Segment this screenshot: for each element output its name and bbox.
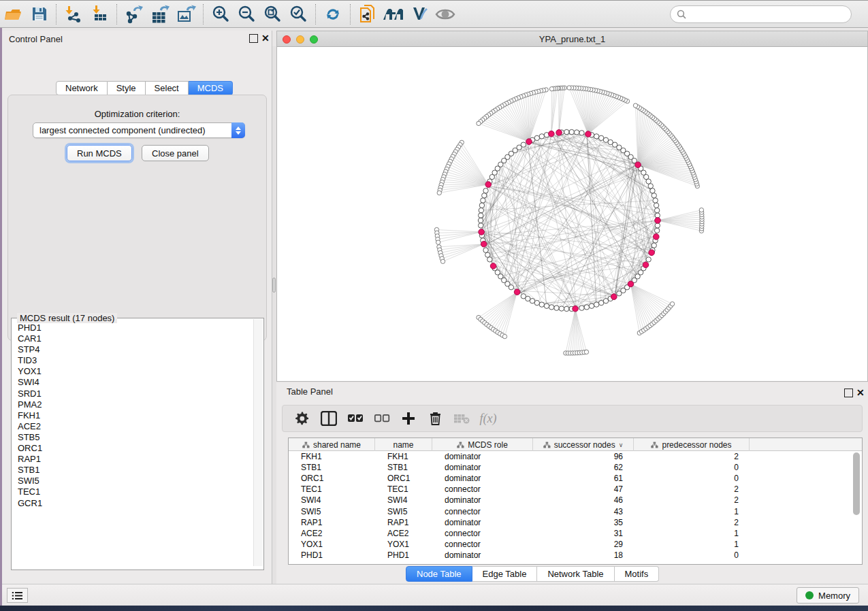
tab-edge-table[interactable]: Edge Table xyxy=(472,566,538,582)
select-all-icon[interactable] xyxy=(345,408,366,429)
close-panel-icon[interactable]: ✕ xyxy=(261,34,270,43)
import-network-icon[interactable] xyxy=(62,3,85,25)
mcds-result-item[interactable]: TEC1 xyxy=(12,486,252,497)
add-column-icon[interactable] xyxy=(398,408,419,429)
shared-column-icon xyxy=(302,442,310,448)
table-row[interactable]: SWI5SWI5connector431 xyxy=(289,506,852,516)
table-row[interactable]: SWI4SWI4dominator462 xyxy=(289,495,852,506)
mcds-result-item[interactable]: PHD1 xyxy=(12,323,252,333)
refresh-icon[interactable] xyxy=(321,3,344,25)
network-canvas[interactable] xyxy=(278,47,867,381)
mcds-result-item[interactable]: YOX1 xyxy=(12,366,252,377)
criterion-select[interactable]: largest connected component (undirected) xyxy=(33,122,245,138)
cell-mcds-role: connector xyxy=(432,484,533,494)
table-row[interactable]: ACE2ACE2connector311 xyxy=(289,528,852,539)
cell-shared-name: SWI4 xyxy=(289,495,375,505)
sort-chevron-icon[interactable]: ∨ xyxy=(619,442,624,448)
cell-name: ACE2 xyxy=(375,529,432,538)
cell-successor-nodes: 18 xyxy=(533,550,634,560)
mcds-result-item[interactable]: SRD1 xyxy=(12,389,252,399)
memory-button[interactable]: Memory xyxy=(797,587,859,604)
mcds-result-item[interactable]: ORC1 xyxy=(12,443,252,454)
cell-predecessor-nodes: 0 xyxy=(634,474,750,483)
mcds-result-item[interactable]: FKH1 xyxy=(12,410,252,421)
mcds-result-item[interactable]: STB1 xyxy=(12,465,252,476)
mcds-result-item[interactable]: STB5 xyxy=(12,432,252,443)
column-label: MCDS role xyxy=(468,440,508,450)
mcds-result-item[interactable]: SWI4 xyxy=(12,377,252,388)
column-header-predecessor-nodes[interactable]: predecessor nodes xyxy=(634,438,750,451)
search-input[interactable] xyxy=(687,7,851,21)
task-history-button[interactable] xyxy=(7,588,28,603)
divider-handle-icon[interactable] xyxy=(272,278,276,293)
mcds-result-item[interactable]: ACE2 xyxy=(12,421,252,432)
open-session-icon[interactable] xyxy=(1,3,25,25)
column-layout-icon[interactable] xyxy=(319,408,339,429)
cell-shared-name: SWI5 xyxy=(289,507,375,516)
export-image-icon[interactable] xyxy=(174,3,197,25)
tab-network[interactable]: Network xyxy=(56,81,108,95)
table-row[interactable]: RAP1RAP1dominator352 xyxy=(289,517,852,528)
table-options-icon[interactable] xyxy=(292,408,312,429)
deselect-all-icon[interactable] xyxy=(372,408,392,429)
column-header-shared-name[interactable]: shared name xyxy=(289,438,375,451)
tab-network-table[interactable]: Network Table xyxy=(537,566,614,582)
show-hide-icon[interactable] xyxy=(434,3,457,25)
table-scrollbar[interactable] xyxy=(853,452,861,561)
mcds-result-item[interactable]: STP4 xyxy=(12,344,252,355)
cell-successor-nodes: 61 xyxy=(533,474,634,483)
tab-style[interactable]: Style xyxy=(108,81,146,95)
table-row[interactable]: ORC1ORC1dominator610 xyxy=(289,473,852,484)
table-row[interactable]: FKH1FKH1dominator962 xyxy=(289,451,852,462)
mcds-result-item[interactable]: SWI5 xyxy=(12,476,252,486)
delete-column-icon[interactable] xyxy=(425,408,445,429)
table-row[interactable]: STB1STB1dominator620 xyxy=(289,462,852,473)
save-session-icon[interactable] xyxy=(27,3,50,25)
mcds-result-item[interactable]: GCR1 xyxy=(12,498,252,509)
mcds-result-item[interactable]: TID3 xyxy=(12,355,252,366)
column-header-successor-nodes[interactable]: successor nodes∨ xyxy=(533,438,634,451)
table-panel-title: Table Panel xyxy=(276,383,868,399)
scrollbar-thumb[interactable] xyxy=(853,452,860,515)
run-mcds-button[interactable]: Run MCDS xyxy=(67,145,132,161)
export-table-icon[interactable] xyxy=(148,3,172,25)
table-body: FKH1FKH1dominator962STB1STB1dominator620… xyxy=(289,451,852,561)
zoom-selected-icon[interactable] xyxy=(287,3,310,25)
vizmapper-icon[interactable] xyxy=(408,3,431,25)
tab-node-table[interactable]: Node Table xyxy=(406,566,472,582)
table-row[interactable]: TEC1TEC1connector472 xyxy=(289,484,852,495)
cell-mcds-role: dominator xyxy=(432,550,533,560)
tab-motifs[interactable]: Motifs xyxy=(615,566,660,582)
desktop-wallpaper-strip xyxy=(0,606,868,611)
tab-mcds[interactable]: MCDS xyxy=(189,81,233,95)
status-bar: Memory xyxy=(0,584,868,606)
result-scrollbar[interactable] xyxy=(253,319,263,566)
zoom-out-icon[interactable] xyxy=(235,3,258,25)
close-panel-button[interactable]: Close panel xyxy=(142,145,209,161)
close-table-panel-icon[interactable]: ✕ xyxy=(856,389,865,397)
search-field[interactable] xyxy=(670,5,852,23)
table-header-row: shared namenameMCDS rolesuccessor nodes∨… xyxy=(289,438,862,451)
export-network-icon[interactable] xyxy=(123,3,146,25)
table-row[interactable]: PHD1PHD1dominator180 xyxy=(289,550,852,561)
function-builder-icon[interactable]: f(x) xyxy=(478,408,498,429)
float-panel-icon[interactable] xyxy=(249,34,258,43)
cell-predecessor-nodes: 2 xyxy=(634,452,750,461)
table-row[interactable]: YOX1YOX1connector291 xyxy=(289,539,852,550)
zoom-fit-icon[interactable] xyxy=(261,3,284,25)
toolbar-separator xyxy=(203,4,204,24)
mcds-result-item[interactable]: RAP1 xyxy=(12,454,252,465)
cell-mcds-role: dominator xyxy=(432,474,533,483)
float-table-panel-icon[interactable] xyxy=(844,389,853,397)
import-table-icon[interactable] xyxy=(88,3,111,25)
delete-table-icon[interactable] xyxy=(451,408,472,429)
cell-mcds-role: connector xyxy=(432,507,533,516)
find-icon[interactable] xyxy=(382,3,405,25)
tab-select[interactable]: Select xyxy=(146,81,189,95)
zoom-in-icon[interactable] xyxy=(209,3,232,25)
column-header-name[interactable]: name xyxy=(375,438,432,451)
column-header-mcds-role[interactable]: MCDS role xyxy=(432,438,533,451)
share-document-icon[interactable] xyxy=(356,3,379,25)
mcds-result-item[interactable]: PMA2 xyxy=(12,399,252,410)
mcds-result-item[interactable]: CAR1 xyxy=(12,333,252,344)
